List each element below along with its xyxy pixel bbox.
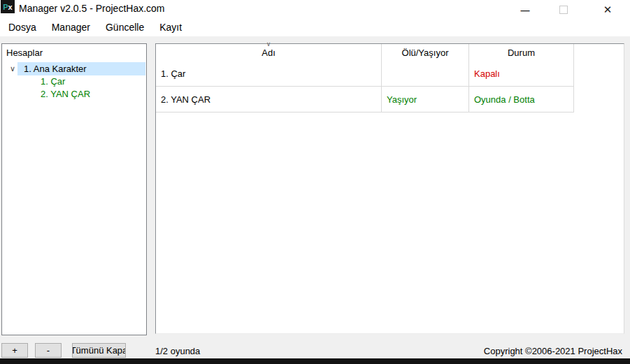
chevron-down-icon[interactable]: ∨ <box>8 62 17 75</box>
column-header-label: Ölü/Yaşıyor <box>402 48 449 58</box>
copyright-text: Copyright ©2006-2021 ProjectHax <box>484 346 622 356</box>
app-icon: Px <box>1 0 15 13</box>
column-header-label: Adı <box>262 48 275 58</box>
characters-table: ∨ Adı Ölü/Yaşıyor Durum 1. Çar Kapalı <box>156 44 574 112</box>
menu-bar: Dosya Manager Güncelle Kayıt <box>0 20 630 36</box>
app-icon-letter-p: P <box>3 3 8 11</box>
minimize-button[interactable]: — <box>510 0 540 20</box>
column-header-durum[interactable]: Durum <box>469 44 574 61</box>
column-header-label: Durum <box>508 48 535 58</box>
sort-indicator-icon: ∨ <box>266 41 271 48</box>
maximize-icon <box>559 6 568 14</box>
window-title: Manager v2.0.5 - ProjectHax.com <box>19 3 165 14</box>
cell-alive[interactable] <box>382 61 469 87</box>
title-bar: Px Manager v2.0.5 - ProjectHax.com — ✕ <box>0 0 630 20</box>
cell-status[interactable]: Oyunda / Botta <box>469 87 574 112</box>
menu-item-manager[interactable]: Manager <box>45 20 97 36</box>
cell-name[interactable]: 2. YAN ÇAR <box>156 87 382 112</box>
minimize-icon: — <box>521 5 530 15</box>
menu-item-dosya[interactable]: Dosya <box>1 20 43 36</box>
table-row[interactable]: 1. Çar Kapalı <box>156 61 574 87</box>
close-icon: ✕ <box>603 3 613 16</box>
tree-item-yan-car[interactable]: 2. YAN ÇAR <box>41 88 90 101</box>
cell-status[interactable]: Kapalı <box>469 61 574 87</box>
accounts-panel: Hesaplar ∨ 1. Ana Karakter 1. Çar 2. YAN… <box>1 43 147 335</box>
client-area: Hesaplar ∨ 1. Ana Karakter 1. Çar 2. YAN… <box>0 36 630 358</box>
cell-alive[interactable]: Yaşıyor <box>382 87 469 112</box>
taskbar-strip <box>0 358 630 364</box>
characters-panel: ∨ Adı Ölü/Yaşıyor Durum 1. Çar Kapalı <box>155 43 624 334</box>
app-icon-letter-x: x <box>8 3 13 11</box>
close-button[interactable]: ✕ <box>592 0 623 20</box>
status-text: 1/2 oyunda <box>155 346 200 356</box>
menu-item-kayit[interactable]: Kayıt <box>152 20 189 36</box>
cell-name[interactable]: 1. Çar <box>156 61 382 87</box>
app-window: Px Manager v2.0.5 - ProjectHax.com — ✕ D… <box>0 0 630 364</box>
column-header-olu-yasiyor[interactable]: Ölü/Yaşıyor <box>382 44 469 61</box>
accounts-panel-title: Hesaplar <box>6 48 43 58</box>
tree-item-car[interactable]: 1. Çar <box>41 75 65 88</box>
maximize-button <box>548 0 579 20</box>
menu-item-guncelle[interactable]: Güncelle <box>99 20 151 36</box>
table-row[interactable]: 2. YAN ÇAR Yaşıyor Oyunda / Botta <box>156 87 574 112</box>
tree-item-ana-karakter[interactable]: 1. Ana Karakter <box>17 62 145 75</box>
remove-button[interactable]: - <box>35 343 62 358</box>
add-button[interactable]: + <box>1 343 28 358</box>
column-header-adi[interactable]: ∨ Adı <box>156 44 382 61</box>
close-all-button[interactable]: Tümünü Kapa <box>72 343 126 358</box>
table-header-row: ∨ Adı Ölü/Yaşıyor Durum <box>156 44 574 61</box>
